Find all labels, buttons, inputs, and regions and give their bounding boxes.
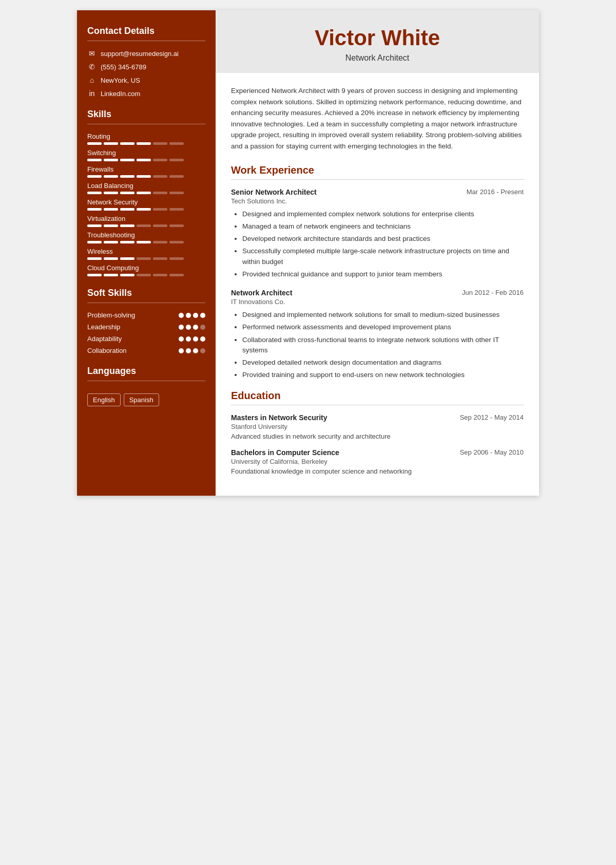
job-title: Network Architect [231,289,292,297]
skill-segment [137,224,151,227]
soft-skill-dot [193,348,198,353]
contact-phone: ✆ (555) 345-6789 [87,63,205,71]
skill-segment [137,257,151,260]
jobs-list: Senior Network ArchitectMar 2016 - Prese… [231,188,524,381]
skill-segment [104,274,118,276]
linkedin-value: LinkedIn.com [101,90,140,98]
soft-skill-dot [186,348,191,353]
soft-skill-dot [200,325,205,330]
soft-skills-title: Soft Skills [87,288,205,298]
soft-skill-row: Problem-solving [87,311,205,319]
skill-segment [153,159,167,161]
skill-bar [87,274,205,276]
job-bullet: Provided training and support to end-use… [242,370,524,380]
work-experience-divider [231,179,524,180]
language-badge: English [87,393,121,406]
soft-skill-dot [186,325,191,330]
skill-segment [153,274,167,276]
education-entry: Masters in Network SecuritySep 2012 - Ma… [231,413,524,440]
skill-segment [104,159,118,161]
skill-segment [169,159,184,161]
edu-school: Stanford University [231,423,524,430]
job-bullet: Designed and implemented network solutio… [242,310,524,320]
candidate-title: Network Architect [226,53,529,63]
skill-segment [153,257,167,260]
soft-skill-dot [193,325,198,330]
job-company: IT Innovations Co. [231,298,524,306]
soft-skill-dots [179,325,205,330]
skill-segment [169,192,184,194]
skill-segment [104,192,118,194]
contact-location: ⌂ NewYork, US [87,76,205,84]
skill-segment [87,241,102,243]
soft-skills-divider [87,303,205,303]
skill-segment [169,241,184,243]
job-title: Senior Network Architect [231,188,317,196]
soft-skill-dot [200,336,205,342]
skill-bar [87,159,205,161]
skill-segment [120,224,134,227]
main-content-area: Victor White Network Architect Experienc… [216,10,539,496]
job-entry: Network ArchitectJun 2012 - Feb 2016IT I… [231,289,524,381]
language-badge: Spanish [124,393,159,406]
skill-segment [153,208,167,211]
skill-segment [120,159,134,161]
job-dates: Jun 2012 - Feb 2016 [462,289,524,296]
skills-section: Skills RoutingSwitchingFirewallsLoad Bal… [87,109,205,276]
email-icon: ✉ [87,49,97,58]
work-experience-title: Work Experience [231,164,524,176]
job-entry: Senior Network ArchitectMar 2016 - Prese… [231,188,524,280]
skill-segment [104,241,118,243]
job-bullet: Performed network assessments and develo… [242,322,524,332]
soft-skill-label: Problem-solving [87,311,135,319]
skill-segment [169,208,184,211]
skills-divider [87,124,205,124]
skill-segment [104,208,118,211]
soft-skill-dot [179,325,184,330]
job-header: Network ArchitectJun 2012 - Feb 2016 [231,289,524,297]
job-header: Senior Network ArchitectMar 2016 - Prese… [231,188,524,196]
soft-skill-label: Collaboration [87,347,127,354]
resume-header: Victor White Network Architect [216,10,539,73]
skill-segment [87,274,102,276]
soft-skill-row: Collaboration [87,347,205,354]
languages-list: EnglishSpanish [87,389,205,406]
edu-header: Masters in Network SecuritySep 2012 - Ma… [231,413,524,422]
skill-segment [120,274,134,276]
languages-section: Languages EnglishSpanish [87,366,205,406]
skill-label: Troubleshooting [87,231,205,239]
contact-linkedin: in LinkedIn.com [87,89,205,98]
skill-segment [137,192,151,194]
skill-segment [87,224,102,227]
education-entry: Bachelors in Computer ScienceSep 2006 - … [231,448,524,475]
skill-bar [87,224,205,227]
linkedin-icon: in [87,89,97,98]
edu-header: Bachelors in Computer ScienceSep 2006 - … [231,448,524,457]
soft-skill-dot [193,313,198,318]
skill-segment [87,159,102,161]
soft-skill-dot [179,313,184,318]
skill-segment [137,159,151,161]
job-bullet: Developed detailed network design docume… [242,358,524,368]
skill-bar [87,175,205,178]
soft-skill-label: Adaptability [87,335,122,343]
skill-segment [153,142,167,145]
phone-icon: ✆ [87,63,97,71]
location-value: NewYork, US [101,77,140,84]
skill-segment [120,142,134,145]
job-company: Tech Solutions Inc. [231,197,524,205]
languages-divider [87,381,205,381]
soft-skill-dot [200,313,205,318]
skill-label: Network Security [87,198,205,206]
skill-segment [153,224,167,227]
soft-skill-dot [200,348,205,353]
skill-segment [169,175,184,178]
skill-segment [104,142,118,145]
resume-container: Contact Details ✉ support@resumedesign.a… [77,10,539,496]
skill-segment [169,224,184,227]
education-section: Education Masters in Network SecuritySep… [231,390,524,475]
skill-bar [87,241,205,243]
skill-segment [120,192,134,194]
skill-segment [120,257,134,260]
skill-label: Firewalls [87,165,205,173]
